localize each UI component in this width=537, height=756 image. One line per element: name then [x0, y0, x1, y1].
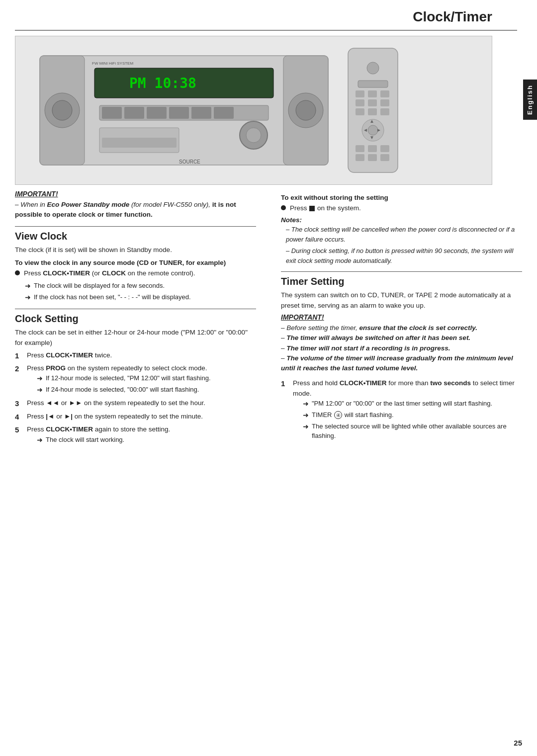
arrow-icon-3: ➜	[37, 373, 43, 384]
clock-step-1-text: Press CLOCK•TIMER twice.	[27, 350, 112, 360]
view-clock-arrow-1: ➜ The clock will be displayed for a few …	[25, 281, 256, 291]
svg-point-19	[246, 128, 261, 143]
clock-step-2-arrow-2: ➜ If 24-hour mode is selected, "00:00" w…	[37, 385, 211, 395]
important-block-top: IMPORTANT! – When in Eco Power Standby m…	[15, 190, 256, 220]
clock-setting-heading: Clock Setting	[15, 313, 256, 325]
language-tab: English	[523, 80, 537, 120]
step-num-1: 1	[15, 350, 25, 362]
step-num-4: 4	[15, 412, 25, 423]
svg-text:FW    MINI HiFi SYSTEM: FW MINI HiFi SYSTEM	[92, 61, 133, 66]
page-title: Clock/Timer	[15, 0, 517, 31]
timer-step-1-arrow-text-1: "PM 12:00" or "00:00" or the last timer …	[312, 399, 492, 409]
view-clock-arrow-text-2: If the clock has not been set, "- - : - …	[34, 292, 191, 302]
svg-rect-15	[214, 107, 234, 119]
clock-setting-section: Clock Setting The clock can be set in ei…	[15, 313, 256, 446]
timer-step-1-arrow-3: ➜ The selected source will be lighted wh…	[303, 421, 522, 441]
clock-step-2-text: Press PROG on the system repeatedly to s…	[27, 364, 207, 372]
clock-step-5-text: Press CLOCK•TIMER again to store the set…	[27, 425, 170, 433]
svg-point-3	[52, 100, 72, 120]
svg-rect-28	[356, 99, 364, 106]
important-label-top: IMPORTANT!	[15, 190, 256, 198]
view-clock-subheading: To view the clock in any source mode (CD…	[15, 259, 256, 266]
svg-rect-44	[368, 154, 377, 161]
main-content: IMPORTANT! – When in Eco Power Standby m…	[15, 190, 522, 448]
divider-1	[15, 226, 256, 227]
timer-step-1-arrow-2: ➜ TIMER ④ will start flashing.	[303, 410, 522, 420]
view-clock-arrow-text-1: The clock will be displayed for a few se…	[34, 281, 165, 291]
clock-step-5-arrow-1: ➜ The clock will start working.	[37, 435, 170, 445]
clock-setting-intro: The clock can be set in either 12-hour o…	[15, 328, 256, 348]
svg-text:▲: ▲	[369, 118, 374, 124]
svg-rect-30	[380, 99, 389, 106]
right-column: To exit without storing the setting Pres…	[276, 190, 522, 448]
step-num-2: 2	[15, 363, 25, 375]
timer-step-1-arrow-text-3: The selected source will be lighted whil…	[312, 421, 522, 441]
page-number: 25	[514, 739, 522, 747]
arrow-icon-7: ➜	[303, 410, 309, 420]
arrow-icon-8: ➜	[303, 421, 309, 432]
view-clock-intro: The clock (if it is set) will be shown i…	[15, 245, 256, 255]
clock-step-4: 4 Press |◄ or ►| on the system repeatedl…	[15, 412, 256, 423]
svg-rect-11	[124, 107, 144, 119]
svg-rect-12	[147, 107, 167, 119]
arrow-icon-5: ➜	[37, 435, 43, 445]
timer-step-1-arrow-text-2: TIMER ④ will start flashing.	[312, 410, 394, 420]
timer-imp-line-2: – The timer will always be switched on a…	[281, 333, 522, 343]
clock-step-3-text: Press ◄◄ or ►► on the system repeatedly …	[27, 398, 205, 408]
note-2: – During clock setting, if no button is …	[286, 246, 522, 265]
arrow-icon-1: ➜	[25, 281, 31, 291]
svg-rect-33	[380, 108, 389, 115]
arrow-icon-4: ➜	[37, 385, 43, 395]
timer-important-text: – Before setting the timer, ensure that …	[281, 323, 522, 373]
clock-step-5-arrow-text: The clock will start working.	[46, 435, 124, 445]
svg-rect-32	[368, 108, 377, 115]
clock-step-2-arrow-text-2: If 24-hour mode is selected, "00:00" wil…	[46, 385, 199, 395]
divider-3	[281, 271, 522, 272]
clock-step-3: 3 Press ◄◄ or ►► on the system repeatedl…	[15, 398, 256, 410]
svg-rect-13	[169, 107, 189, 119]
timer-setting-section: Timer Setting The system can switch on t…	[281, 276, 522, 442]
clock-step-5: 5 Press CLOCK•TIMER again to store the s…	[15, 424, 256, 446]
timer-setting-heading: Timer Setting	[281, 276, 522, 287]
exit-section: To exit without storing the setting Pres…	[281, 194, 522, 265]
bullet-icon	[15, 270, 20, 275]
exit-bullet-text: Press on the system.	[290, 203, 361, 213]
exit-heading: To exit without storing the setting	[281, 194, 522, 201]
svg-point-6	[296, 100, 316, 120]
svg-rect-31	[356, 108, 364, 115]
view-clock-heading: View Clock	[15, 231, 256, 242]
important-text-top: – When in Eco Power Standby mode (for mo…	[15, 200, 256, 220]
exit-bullet: Press on the system.	[281, 203, 522, 213]
important-eco-text: – When in Eco Power Standby mode (for mo…	[15, 201, 236, 218]
view-clock-bullet-text: Press CLOCK•TIMER (or CLOCK on the remot…	[24, 268, 195, 278]
timer-important-block: IMPORTANT! – Before setting the timer, e…	[281, 313, 522, 373]
stop-button-icon	[309, 206, 315, 211]
device-image: PM 10:38 SOURCE FW MINI HiFi SYSTEM	[15, 36, 492, 185]
svg-rect-40	[356, 145, 364, 152]
svg-rect-24	[358, 81, 388, 87]
svg-text:▼: ▼	[369, 135, 374, 140]
timer-step-1: 1 Press and hold CLOCK•TIMER for more th…	[281, 378, 522, 442]
timer-step-1-arrow-1: ➜ "PM 12:00" or "00:00" or the last time…	[303, 399, 522, 409]
svg-rect-17	[102, 138, 177, 148]
divider-2	[15, 309, 256, 309]
timer-imp-line-4: – The volume of the timer will increase …	[281, 353, 522, 374]
svg-rect-26	[368, 90, 377, 97]
svg-text:SOURCE: SOURCE	[179, 159, 200, 165]
svg-rect-27	[380, 90, 389, 97]
clock-step-2-arrow-1: ➜ If 12-hour mode is selected, "PM 12:00…	[37, 373, 211, 384]
note-1: – The clock setting will be cancelled wh…	[286, 225, 522, 244]
notes-label: Notes:	[281, 216, 522, 224]
svg-rect-25	[356, 90, 364, 97]
timer-imp-line-3: – The timer will not start if a recordin…	[281, 343, 522, 353]
svg-rect-41	[368, 145, 377, 152]
view-clock-bullet: Press CLOCK•TIMER (or CLOCK on the remot…	[15, 268, 256, 278]
bullet-icon-exit	[281, 205, 286, 210]
view-clock-section: View Clock The clock (if it is set) will…	[15, 231, 256, 303]
timer-imp-line-1: – Before setting the timer, ensure that …	[281, 323, 522, 333]
clock-step-4-text: Press |◄ or ►| on the system repeatedly …	[27, 412, 203, 421]
timer-setting-intro: The system can switch on to CD, TUNER, o…	[281, 290, 522, 311]
timer-important-label: IMPORTANT!	[281, 313, 522, 321]
arrow-icon-6: ➜	[303, 399, 309, 409]
svg-rect-43	[356, 154, 364, 161]
